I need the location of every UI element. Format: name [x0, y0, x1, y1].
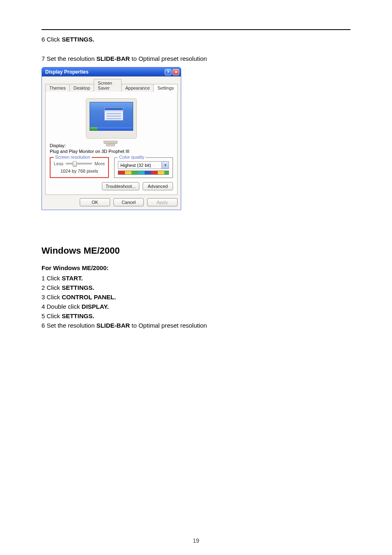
select-value: Highest (32 bit): [118, 163, 161, 168]
taskbar-icon: [90, 127, 133, 130]
group-title: Screen resolution: [54, 155, 92, 160]
tab-themes[interactable]: Themes: [45, 84, 70, 92]
tab-label: Desktop: [74, 86, 90, 90]
window-title: Display Properties: [45, 69, 88, 75]
tab-settings[interactable]: Settings: [153, 84, 178, 92]
help-icon: ?: [167, 70, 170, 74]
tab-desktop[interactable]: Desktop: [69, 84, 94, 92]
color-preview-icon: [118, 171, 169, 175]
step-num: 1: [42, 275, 45, 282]
step-pre: Set the resolution: [47, 322, 97, 329]
subheading: For Windows ME/2000:: [42, 264, 350, 271]
less-label: Less: [54, 161, 63, 166]
settings-columns: Screen resolution Less More 1024 by 768 …: [50, 157, 173, 178]
step-pre: Click: [47, 284, 62, 291]
resolution-slider[interactable]: [66, 163, 92, 164]
tab-appearance[interactable]: Appearance: [121, 84, 154, 92]
step-num: 7: [42, 55, 45, 62]
tab-label: Appearance: [125, 86, 150, 90]
start-button-icon: [90, 127, 97, 130]
screen-resolution-group: Screen resolution Less More 1024 by 768 …: [50, 157, 109, 178]
display-name-text: Plug and Play Monitor on 3D Prophet III: [50, 149, 129, 154]
window-body: Themes Desktop Screen Saver Appearance S…: [42, 76, 181, 210]
step-num: 5: [42, 312, 45, 319]
display-name: Plug and Play Monitor on 3D Prophet III: [50, 149, 173, 154]
chevron-down-icon[interactable]: ▾: [161, 162, 168, 169]
step-bold: SETTINGS.: [62, 36, 94, 43]
gap: [42, 210, 350, 222]
step-bold: DISPLAY.: [82, 303, 109, 310]
monitor-screen-icon: [90, 102, 133, 131]
me2000-steps: 1 Click START. 2 Click SETTINGS. 3 Click…: [42, 275, 350, 329]
close-icon: ✕: [174, 70, 178, 74]
button-label: OK: [92, 200, 98, 205]
button-label: Troubleshoot...: [106, 184, 136, 189]
step-num: 4: [42, 303, 45, 310]
step-num: 2: [42, 284, 45, 291]
more-label: More: [95, 161, 105, 166]
tab-strip: Themes Desktop Screen Saver Appearance S…: [45, 79, 178, 92]
troubleshoot-button[interactable]: Troubleshoot...: [102, 182, 139, 190]
step-pre: Click: [47, 275, 62, 282]
mid-buttons: Troubleshoot... Advanced: [50, 182, 173, 190]
step-4: 4 Double click DISPLAY.: [42, 303, 350, 310]
step-6b: 6 Set the resolution SLIDE-BAR to Optima…: [42, 322, 350, 329]
heading-windows-me-2000: Windows ME/2000: [42, 245, 350, 256]
monitor-icon: [86, 98, 137, 139]
monitor-preview: [50, 96, 173, 142]
step-bold: SETTINGS.: [62, 312, 94, 319]
tab-label: Settings: [157, 86, 174, 90]
tab-label: Themes: [49, 86, 66, 90]
step-bold: START.: [62, 275, 83, 282]
step-2: 2 Click SETTINGS.: [42, 284, 350, 291]
monitor-neck-icon: [104, 141, 118, 144]
cancel-button[interactable]: Cancel: [113, 198, 144, 206]
help-button[interactable]: ?: [165, 69, 171, 75]
close-button[interactable]: ✕: [173, 69, 179, 75]
button-label: Advanced: [148, 184, 168, 189]
step-bold: SLIDE-BAR: [96, 55, 130, 62]
step-bold: SLIDE-BAR: [96, 322, 130, 329]
tab-screensaver[interactable]: Screen Saver: [94, 79, 122, 92]
advanced-button[interactable]: Advanced: [143, 182, 173, 190]
step-num: 6: [42, 36, 45, 43]
tab-label: Screen Saver: [98, 81, 112, 90]
step-bold: CONTROL PANEL.: [62, 294, 116, 301]
step-3: 3 Click CONTROL PANEL.: [42, 294, 350, 301]
button-label: Cancel: [122, 200, 136, 205]
group-title: Color quality: [118, 155, 145, 160]
step-pre: Click: [47, 36, 62, 43]
step-5: 5 Click SETTINGS.: [42, 312, 350, 319]
preview-window-icon: [104, 107, 123, 120]
step-pre: Set the resolution: [47, 55, 97, 62]
apply-button[interactable]: Apply: [147, 198, 178, 206]
titlebar-buttons: ? ✕: [165, 69, 179, 75]
tab-panel: Display: Plug and Play Monitor on 3D Pro…: [45, 91, 178, 195]
step-bold: SETTINGS.: [62, 284, 94, 291]
monitor-base-icon: [106, 144, 115, 146]
top-rule: [42, 29, 350, 30]
slider-thumb-icon[interactable]: [73, 161, 77, 167]
step-6: 6 Click SETTINGS.: [42, 36, 350, 43]
display-properties-window: Display Properties ? ✕ Themes Desktop Sc…: [42, 67, 181, 210]
step-num: 6: [42, 322, 45, 329]
step-7: 7 Set the resolution SLIDE-BAR to Optima…: [42, 55, 350, 62]
window-titlebar[interactable]: Display Properties ? ✕: [42, 67, 181, 76]
step-pre: Double click: [47, 303, 82, 310]
step-post: to Optimal preset resolution: [130, 55, 207, 62]
step-num: 3: [42, 294, 45, 301]
ok-button[interactable]: OK: [80, 198, 110, 206]
resolution-slider-row: Less More: [54, 161, 105, 166]
step-pre: Click: [47, 312, 62, 319]
step-1: 1 Click START.: [42, 275, 350, 282]
color-quality-group: Color quality Highest (32 bit) ▾: [114, 157, 173, 178]
color-quality-select[interactable]: Highest (32 bit) ▾: [118, 161, 169, 169]
gap: [42, 48, 350, 55]
resolution-value: 1024 by 768 pixels: [54, 169, 105, 173]
step-post: to Optimal preset resolution: [130, 322, 207, 329]
button-label: Apply: [157, 200, 168, 205]
page: 6 Click SETTINGS. 7 Set the resolution S…: [0, 0, 392, 555]
dialog-footer: OK Cancel Apply: [45, 198, 178, 206]
page-number: 19: [0, 537, 392, 544]
step-pre: Click: [47, 294, 62, 301]
